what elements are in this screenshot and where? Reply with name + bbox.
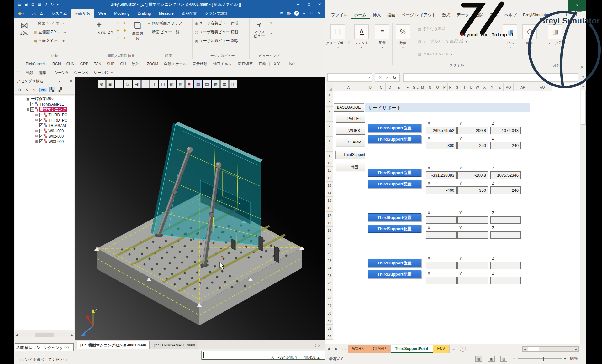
zoom-in-icon[interactable]: + xyxy=(564,356,566,361)
thirdsupport-position-button[interactable]: ThirdSupport位置 xyxy=(368,124,421,132)
view-split-icon[interactable]: + xyxy=(115,35,121,43)
toolbar-grip[interactable]: ⋮⋮ xyxy=(14,62,23,66)
row-header[interactable]: 9 xyxy=(326,152,333,159)
view-back-button[interactable]: ▱ 背面 X - Z ◫ ▭ xyxy=(34,21,64,26)
clipboard-more-icon[interactable]: ▾ xyxy=(325,46,351,49)
pin-icon[interactable]: ⊤ xyxy=(63,79,66,83)
close-icon[interactable]: ✕ xyxy=(314,0,325,9)
arrange-x-field[interactable] xyxy=(426,231,457,239)
tree-checkbox[interactable]: ✓ xyxy=(39,139,43,143)
row-header[interactable]: 27 xyxy=(326,287,333,294)
tree-checkbox[interactable]: ✓ xyxy=(39,123,43,127)
tree-checkbox[interactable]: ✓ xyxy=(39,134,43,138)
row-header[interactable]: 29 xyxy=(326,302,333,309)
sheet-prev-icon[interactable]: ◀ xyxy=(325,347,332,351)
row-header[interactable]: 31 xyxy=(326,317,333,325)
view-split-icon[interactable]: + xyxy=(115,28,121,35)
help-icon[interactable]: ? xyxy=(294,11,299,16)
alignment-label[interactable]: 配置 xyxy=(372,41,393,45)
viewport-tool-icon[interactable]: ◪ xyxy=(124,80,132,88)
cad-ribbon-tab[interactable]: クランプ設計 xyxy=(201,9,232,18)
excel-ribbon-tab[interactable]: データ xyxy=(454,11,473,19)
arrange-x-field[interactable] xyxy=(426,277,457,284)
maximize-icon[interactable]: □ xyxy=(304,0,314,9)
xy-zy-button[interactable]: + X Y & - Z Y xyxy=(96,19,114,34)
view-split-icon[interactable]: + xyxy=(122,20,128,28)
viewport-tool-icon[interactable]: + xyxy=(115,80,123,88)
alignment-more-icon[interactable]: ▾ xyxy=(372,46,393,49)
toolbar-button[interactable]: シーンC xyxy=(91,70,110,75)
column-header[interactable]: L xyxy=(416,83,419,91)
viewport-tool-icon[interactable]: ▤ xyxy=(203,80,211,88)
quick-access-icon[interactable]: ▦ xyxy=(38,0,41,9)
column-header[interactable]: AO xyxy=(504,83,514,91)
row-header[interactable]: 32 xyxy=(326,325,333,332)
arrange-y-field[interactable] xyxy=(457,231,488,239)
quick-access-icon[interactable]: ↺ xyxy=(44,0,47,9)
normal-view-icon[interactable]: ▦ xyxy=(475,356,482,362)
row-header[interactable]: 5 xyxy=(326,122,333,129)
viewport-tool-icon[interactable]: T xyxy=(150,80,158,88)
row-header[interactable]: 33 xyxy=(326,332,333,340)
toolbar-button[interactable]: 軸直チルト xyxy=(210,61,235,67)
zoom-slider-thumb[interactable] xyxy=(543,357,544,361)
row-header[interactable]: 25 xyxy=(326,272,333,279)
view-left-button[interactable]: ▥ 左側面 Z Y ▭ ◔▾ xyxy=(34,29,67,35)
view-split-icon[interactable]: + xyxy=(122,28,128,35)
column-header[interactable]: B xyxy=(364,83,377,91)
excel-ribbon-tab[interactable]: ページ レイアウト xyxy=(399,11,439,19)
row-header[interactable]: 21 xyxy=(326,242,333,249)
toolbar-button[interactable]: SHP xyxy=(104,62,118,66)
section-list-button[interactable]: ▱ 断面 ビュー一覧 xyxy=(148,29,179,35)
splitter-grip[interactable]: ⋮ xyxy=(469,346,473,351)
screen-switch-button[interactable]: ❏ 画面切替 xyxy=(130,20,145,41)
tree-item[interactable]: ✓ ▣ 一時作業環境 xyxy=(15,96,74,101)
arrange-y-field[interactable]: 250 xyxy=(457,142,488,149)
formula-expand-icon[interactable]: ▾ xyxy=(582,75,584,79)
toolbar-button[interactable]: 表示移動 xyxy=(189,61,210,67)
tree-item[interactable]: ✓ ▚ TRIMSAM xyxy=(15,123,74,128)
row-header[interactable]: 14 xyxy=(326,189,333,197)
row-header[interactable]: 26 xyxy=(326,279,333,287)
viewport-3d[interactable]: ⊕▣+◪◀▭T▢▧▨■▦▤▩▦◫ xyxy=(75,77,325,340)
alignment-icon[interactable]: ≡ xyxy=(375,24,389,39)
view-top-button[interactable]: ▤ 平面 X Y ▭ ⋯▾ xyxy=(34,38,65,44)
editing-more-icon[interactable]: ▾ xyxy=(520,46,539,49)
thirdsupport-position-button[interactable]: ThirdSupport位置 xyxy=(368,213,421,221)
viewport-tool-icon[interactable]: ◫ xyxy=(229,80,237,88)
viewport-tool-icon[interactable]: ▨ xyxy=(177,80,185,88)
panel-dropdown-icon[interactable]: ▾ xyxy=(59,79,61,83)
cancel-entry-icon[interactable]: ✕ xyxy=(378,75,382,80)
scroll-right-icon[interactable]: ▶ xyxy=(71,333,73,337)
thirdsupport-arrange-button[interactable]: ThirdSupport配置 xyxy=(368,225,421,233)
row-header[interactable]: 2 xyxy=(326,99,333,107)
minimize-icon[interactable]: – xyxy=(293,0,304,9)
tree-item[interactable]: ⊞ ✓ ▚ W03-000 xyxy=(15,139,74,144)
add-sheet-icon[interactable]: + xyxy=(460,346,466,352)
row-header[interactable]: 19 xyxy=(326,227,333,234)
tree-checkbox[interactable]: ✓ xyxy=(39,113,43,117)
tree-hscrollbar[interactable]: ◀ ▶ xyxy=(14,332,75,337)
position-z-field[interactable]: 1074.048 xyxy=(490,127,521,134)
column-header[interactable]: AP xyxy=(514,83,532,91)
position-z-field[interactable] xyxy=(490,216,521,224)
clipboard-label[interactable]: クリップボード xyxy=(325,41,351,45)
viewport-tool-icon[interactable]: ▩ xyxy=(212,80,220,88)
viewport-tool-icon[interactable]: ⊕ xyxy=(98,80,106,88)
tree-checkbox[interactable]: ✓ xyxy=(30,107,34,112)
thirdsupport-arrange-button[interactable]: ThirdSupport配置 xyxy=(368,270,421,278)
scroll-thumb[interactable] xyxy=(581,90,586,125)
position-x-field[interactable] xyxy=(426,216,457,224)
misc-icon[interactable]: ◫ xyxy=(56,21,59,26)
toolbar-button[interactable]: GRP xyxy=(77,62,91,66)
tree-item[interactable]: ⊞ ✓ ▚ W01-000 xyxy=(15,128,74,133)
tree-item[interactable]: ⊞ ✓ ▚ THIRD_PO xyxy=(15,117,74,123)
tree-checkbox[interactable]: ✓ xyxy=(30,102,34,106)
toolbar-button[interactable]: RGN xyxy=(48,62,64,66)
scroll-thumb[interactable] xyxy=(35,333,54,337)
column-header[interactable]: Z xyxy=(496,83,504,91)
column-header[interactable]: E xyxy=(394,83,403,91)
assembly-tool-icon[interactable]: ▚ xyxy=(49,87,55,92)
position-z-field[interactable]: 1075.52346 xyxy=(490,171,521,179)
cad-ribbon-tab[interactable]: 画面切替 xyxy=(71,9,94,18)
